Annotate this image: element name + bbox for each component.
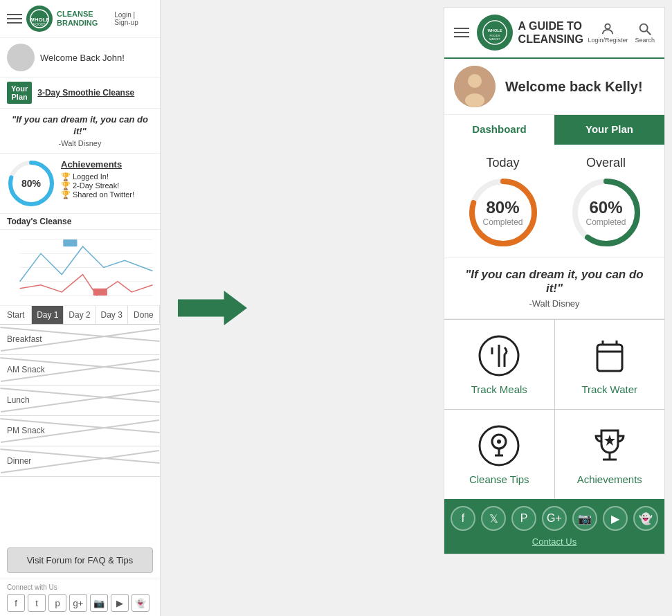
youtube-icon[interactable]: ▶ [603, 506, 628, 531]
svg-rect-11 [93, 289, 107, 296]
icon-grid: Track Meals Track Water Cleanse Tips [444, 319, 664, 499]
avatar [454, 66, 496, 107]
left-snapchat-icon[interactable]: 👻 [131, 594, 149, 612]
cleanse-tips-button[interactable]: Cleanse Tips [444, 410, 554, 499]
achievements-title: Achievements [61, 159, 153, 170]
search-button[interactable]: Search [635, 21, 655, 44]
left-brand-text: CLEANSE BRANDING [57, 10, 114, 28]
left-social-row: f t p g+ 📷 ▶ 👻 [7, 594, 153, 612]
meal-breakfast[interactable]: Breakfast [0, 325, 160, 355]
svg-point-18 [639, 24, 647, 32]
left-facebook-icon[interactable]: f [7, 594, 25, 612]
visit-forum-button[interactable]: Visit Forum for FAQ & Tips [7, 547, 153, 573]
overall-stat: Overall 60% Completed [568, 156, 644, 251]
left-twitter-icon[interactable]: t [28, 594, 46, 612]
your-plan-badge[interactable]: Your Plan [7, 82, 32, 104]
left-google-icon[interactable]: g+ [69, 594, 87, 612]
meal-pm-snack[interactable]: PM Snack [0, 416, 160, 446]
tabs-row: Dashboard Your Plan [444, 115, 664, 145]
left-instagram-icon[interactable]: 📷 [90, 594, 108, 612]
hamburger-menu[interactable] [7, 14, 22, 24]
twitter-icon[interactable]: 𝕏 [481, 506, 506, 531]
left-quote-section: "If you can dream it, you can do it!" -W… [0, 109, 160, 154]
achievements-section: 80% Achievements 🏆 Logged In! 🏆 2-Day St… [0, 154, 160, 214]
snapchat-icon[interactable]: 👻 [633, 506, 658, 531]
tab-done[interactable]: Done [128, 306, 160, 324]
svg-rect-10 [63, 239, 77, 246]
today-percent: 80% Completed [482, 198, 523, 227]
wf-logo-right: WHOLE FOODS MARKET [477, 15, 513, 51]
svg-text:MARKET: MARKET [489, 38, 501, 41]
track-water-label: Track Water [581, 383, 637, 395]
track-water-button[interactable]: Track Water [555, 320, 665, 409]
facebook-icon[interactable]: f [451, 506, 475, 531]
tab-start[interactable]: Start [0, 306, 32, 324]
achievement-item-2: 🏆 2-Day Streak! [61, 181, 153, 190]
svg-point-21 [468, 74, 482, 88]
track-meals-button[interactable]: Track Meals [444, 320, 554, 409]
welcome-back-text: Welcome back Kelly! [505, 79, 643, 95]
achievements-label: Achievements [577, 473, 642, 485]
svg-point-22 [465, 93, 484, 107]
overall-percent: 60% Completed [585, 198, 626, 227]
achievements-button[interactable]: Achievements [555, 410, 665, 499]
svg-point-37 [497, 440, 501, 444]
welcome-text-small: Welcome Back John! [40, 53, 125, 63]
avatar-small [7, 44, 35, 71]
connect-text: Connect with Us [7, 583, 153, 591]
achievement-item-3: 🏆 Shared on Twitter! [61, 190, 153, 199]
login-register-button[interactable]: Login/Register [588, 21, 628, 44]
left-chart [0, 230, 160, 306]
today-label: Today [486, 156, 519, 170]
svg-point-17 [606, 24, 610, 29]
left-panel: WHOLE FOODS CLEANSE BRANDING Login | Sig… [0, 0, 161, 616]
overall-progress-circle: 60% Completed [568, 174, 644, 251]
instagram-icon[interactable]: 📷 [572, 506, 597, 531]
left-percent: 80% [21, 178, 41, 189]
left-youtube-icon[interactable]: ▶ [111, 594, 129, 612]
today-stat: Today 80% Completed [465, 156, 541, 251]
arrow-container [161, 0, 264, 616]
meal-dinner[interactable]: Dinner [0, 446, 160, 477]
forward-arrow [178, 291, 247, 325]
welcome-bar: Welcome back Kelly! [444, 59, 664, 115]
right-panel: WHOLE FOODS MARKET A GUIDE TO CLEANSING … [444, 7, 665, 554]
left-login-link[interactable]: Login | Sign-up [114, 11, 153, 26]
your-plan-row: Your Plan 3-Day Smoothie Cleanse [0, 78, 160, 109]
wf-logo-small: WHOLE FOODS [26, 6, 53, 32]
guide-title: A GUIDE TO CLEANSING [518, 19, 583, 46]
plan-name[interactable]: 3-Day Smoothie Cleanse [37, 88, 134, 98]
right-header: WHOLE FOODS MARKET A GUIDE TO CLEANSING … [444, 8, 664, 59]
right-quote-section: "If you can dream it, you can do it!" -W… [444, 258, 664, 319]
right-hamburger-menu[interactable] [454, 28, 469, 37]
day-tabs-row: Start Day 1 Day 2 Day 3 Done [0, 306, 160, 325]
cleanse-tips-label: Cleanse Tips [469, 473, 529, 485]
svg-marker-12 [178, 291, 247, 325]
right-quote-author: -Walt Disney [455, 298, 653, 309]
stats-row: Today 80% Completed Overall [444, 145, 664, 258]
left-welcome-row: Welcome Back John! [0, 38, 160, 78]
left-progress-circle: 80% [7, 159, 55, 208]
tab-day3[interactable]: Day 3 [96, 306, 128, 324]
google-plus-icon[interactable]: G+ [542, 506, 567, 531]
meal-lunch[interactable]: Lunch [0, 386, 160, 416]
meal-am-snack[interactable]: AM Snack [0, 355, 160, 386]
tab-day1[interactable]: Day 1 [32, 306, 64, 324]
left-pinterest-icon[interactable]: p [48, 594, 66, 612]
tab-dashboard[interactable]: Dashboard [444, 115, 554, 145]
svg-point-35 [480, 426, 518, 465]
track-meals-label: Track Meals [471, 383, 527, 395]
svg-rect-31 [597, 345, 622, 371]
contact-us-link[interactable]: Contact Us [532, 536, 576, 547]
today-progress-circle: 80% Completed [465, 174, 541, 251]
pinterest-icon[interactable]: P [511, 506, 536, 531]
svg-text:FOODS: FOODS [33, 22, 46, 26]
right-quote-text: "If you can dream it, you can do it!" [455, 268, 653, 296]
tab-your-plan[interactable]: Your Plan [554, 115, 664, 145]
social-footer: f 𝕏 P G+ 📷 ▶ 👻 Contact Us [444, 499, 664, 554]
svg-marker-42 [604, 435, 615, 446]
left-quote-text: "If you can dream it, you can do it!" [8, 114, 152, 138]
svg-text:WHOLE: WHOLE [487, 28, 502, 33]
left-logo-area: WHOLE FOODS CLEANSE BRANDING [7, 6, 114, 32]
tab-day2[interactable]: Day 2 [64, 306, 96, 324]
